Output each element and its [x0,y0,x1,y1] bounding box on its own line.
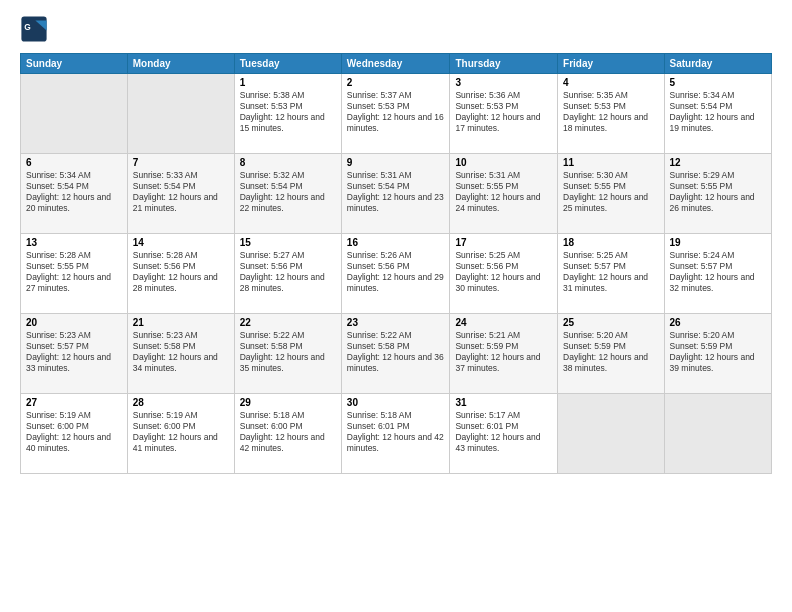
day-header: Monday [127,54,234,74]
day-number: 20 [26,317,122,328]
day-header: Tuesday [234,54,341,74]
calendar-cell: 22 Sunrise: 5:22 AMSunset: 5:58 PMDaylig… [234,314,341,394]
day-number: 4 [563,77,658,88]
calendar-cell: 10 Sunrise: 5:31 AMSunset: 5:55 PMDaylig… [450,154,558,234]
calendar-cell: 30 Sunrise: 5:18 AMSunset: 6:01 PMDaylig… [341,394,450,474]
day-number: 19 [670,237,766,248]
svg-text:G: G [24,22,31,32]
day-number: 5 [670,77,766,88]
calendar-cell: 8 Sunrise: 5:32 AMSunset: 5:54 PMDayligh… [234,154,341,234]
calendar-cell: 17 Sunrise: 5:25 AMSunset: 5:56 PMDaylig… [450,234,558,314]
calendar-cell: 5 Sunrise: 5:34 AMSunset: 5:54 PMDayligh… [664,74,771,154]
day-number: 23 [347,317,445,328]
calendar-cell: 4 Sunrise: 5:35 AMSunset: 5:53 PMDayligh… [558,74,664,154]
day-info: Sunrise: 5:22 AMSunset: 5:58 PMDaylight:… [347,330,445,374]
day-info: Sunrise: 5:24 AMSunset: 5:57 PMDaylight:… [670,250,766,294]
calendar-cell: 14 Sunrise: 5:28 AMSunset: 5:56 PMDaylig… [127,234,234,314]
day-number: 8 [240,157,336,168]
day-number: 2 [347,77,445,88]
day-info: Sunrise: 5:29 AMSunset: 5:55 PMDaylight:… [670,170,766,214]
day-number: 7 [133,157,229,168]
day-info: Sunrise: 5:21 AMSunset: 5:59 PMDaylight:… [455,330,552,374]
day-number: 13 [26,237,122,248]
day-header: Sunday [21,54,128,74]
calendar-cell: 2 Sunrise: 5:37 AMSunset: 5:53 PMDayligh… [341,74,450,154]
day-info: Sunrise: 5:36 AMSunset: 5:53 PMDaylight:… [455,90,552,134]
day-info: Sunrise: 5:38 AMSunset: 5:53 PMDaylight:… [240,90,336,134]
day-header: Saturday [664,54,771,74]
calendar-cell [21,74,128,154]
day-number: 11 [563,157,658,168]
day-info: Sunrise: 5:23 AMSunset: 5:57 PMDaylight:… [26,330,122,374]
calendar-cell: 25 Sunrise: 5:20 AMSunset: 5:59 PMDaylig… [558,314,664,394]
day-info: Sunrise: 5:18 AMSunset: 6:01 PMDaylight:… [347,410,445,454]
day-number: 1 [240,77,336,88]
day-number: 3 [455,77,552,88]
day-info: Sunrise: 5:27 AMSunset: 5:56 PMDaylight:… [240,250,336,294]
day-number: 18 [563,237,658,248]
day-number: 12 [670,157,766,168]
day-number: 14 [133,237,229,248]
day-number: 24 [455,317,552,328]
day-info: Sunrise: 5:30 AMSunset: 5:55 PMDaylight:… [563,170,658,214]
day-number: 17 [455,237,552,248]
calendar-cell: 13 Sunrise: 5:28 AMSunset: 5:55 PMDaylig… [21,234,128,314]
day-number: 6 [26,157,122,168]
day-number: 30 [347,397,445,408]
calendar-cell: 11 Sunrise: 5:30 AMSunset: 5:55 PMDaylig… [558,154,664,234]
day-info: Sunrise: 5:32 AMSunset: 5:54 PMDaylight:… [240,170,336,214]
day-info: Sunrise: 5:34 AMSunset: 5:54 PMDaylight:… [26,170,122,214]
day-info: Sunrise: 5:18 AMSunset: 6:00 PMDaylight:… [240,410,336,454]
day-info: Sunrise: 5:22 AMSunset: 5:58 PMDaylight:… [240,330,336,374]
calendar-cell [127,74,234,154]
day-info: Sunrise: 5:19 AMSunset: 6:00 PMDaylight:… [26,410,122,454]
day-header: Thursday [450,54,558,74]
calendar-cell: 23 Sunrise: 5:22 AMSunset: 5:58 PMDaylig… [341,314,450,394]
calendar-cell: 6 Sunrise: 5:34 AMSunset: 5:54 PMDayligh… [21,154,128,234]
calendar-cell: 26 Sunrise: 5:20 AMSunset: 5:59 PMDaylig… [664,314,771,394]
header: G [20,15,772,43]
day-number: 27 [26,397,122,408]
calendar-cell: 27 Sunrise: 5:19 AMSunset: 6:00 PMDaylig… [21,394,128,474]
logo-icon: G [20,15,48,43]
calendar-cell: 28 Sunrise: 5:19 AMSunset: 6:00 PMDaylig… [127,394,234,474]
day-number: 10 [455,157,552,168]
day-info: Sunrise: 5:31 AMSunset: 5:54 PMDaylight:… [347,170,445,214]
day-number: 26 [670,317,766,328]
day-info: Sunrise: 5:17 AMSunset: 6:01 PMDaylight:… [455,410,552,454]
day-number: 29 [240,397,336,408]
calendar-cell: 20 Sunrise: 5:23 AMSunset: 5:57 PMDaylig… [21,314,128,394]
day-info: Sunrise: 5:25 AMSunset: 5:57 PMDaylight:… [563,250,658,294]
day-number: 16 [347,237,445,248]
calendar-cell: 18 Sunrise: 5:25 AMSunset: 5:57 PMDaylig… [558,234,664,314]
calendar-table: SundayMondayTuesdayWednesdayThursdayFrid… [20,53,772,474]
day-header: Friday [558,54,664,74]
day-header: Wednesday [341,54,450,74]
day-info: Sunrise: 5:33 AMSunset: 5:54 PMDaylight:… [133,170,229,214]
calendar-cell: 12 Sunrise: 5:29 AMSunset: 5:55 PMDaylig… [664,154,771,234]
day-info: Sunrise: 5:37 AMSunset: 5:53 PMDaylight:… [347,90,445,134]
day-number: 21 [133,317,229,328]
calendar-cell: 7 Sunrise: 5:33 AMSunset: 5:54 PMDayligh… [127,154,234,234]
calendar-cell: 24 Sunrise: 5:21 AMSunset: 5:59 PMDaylig… [450,314,558,394]
calendar-cell: 3 Sunrise: 5:36 AMSunset: 5:53 PMDayligh… [450,74,558,154]
calendar-cell: 9 Sunrise: 5:31 AMSunset: 5:54 PMDayligh… [341,154,450,234]
day-number: 31 [455,397,552,408]
day-info: Sunrise: 5:28 AMSunset: 5:56 PMDaylight:… [133,250,229,294]
day-info: Sunrise: 5:26 AMSunset: 5:56 PMDaylight:… [347,250,445,294]
calendar-page: G SundayMondayTuesdayWednesdayThursdayFr… [0,0,792,612]
day-number: 22 [240,317,336,328]
day-info: Sunrise: 5:25 AMSunset: 5:56 PMDaylight:… [455,250,552,294]
day-info: Sunrise: 5:20 AMSunset: 5:59 PMDaylight:… [670,330,766,374]
calendar-cell: 29 Sunrise: 5:18 AMSunset: 6:00 PMDaylig… [234,394,341,474]
day-info: Sunrise: 5:28 AMSunset: 5:55 PMDaylight:… [26,250,122,294]
day-info: Sunrise: 5:31 AMSunset: 5:55 PMDaylight:… [455,170,552,214]
calendar-cell: 19 Sunrise: 5:24 AMSunset: 5:57 PMDaylig… [664,234,771,314]
day-info: Sunrise: 5:35 AMSunset: 5:53 PMDaylight:… [563,90,658,134]
calendar-cell [664,394,771,474]
day-info: Sunrise: 5:34 AMSunset: 5:54 PMDaylight:… [670,90,766,134]
day-info: Sunrise: 5:23 AMSunset: 5:58 PMDaylight:… [133,330,229,374]
day-info: Sunrise: 5:20 AMSunset: 5:59 PMDaylight:… [563,330,658,374]
day-number: 15 [240,237,336,248]
logo: G [20,15,52,43]
